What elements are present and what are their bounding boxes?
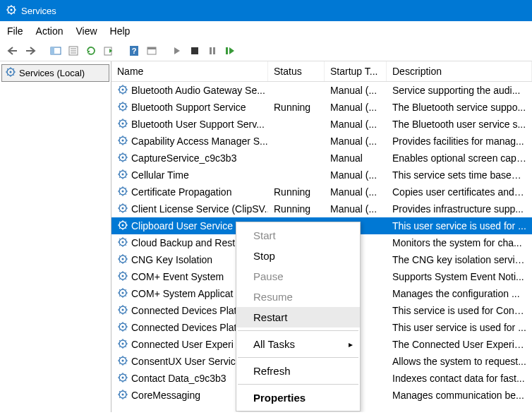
service-description: Allows the system to request...: [387, 356, 532, 367]
service-description: This user service is used for ...: [387, 322, 532, 333]
service-row[interactable]: Bluetooth Audio Gateway Se...Manual (...…: [111, 82, 532, 99]
column-header-description[interactable]: Description: [387, 61, 532, 81]
sidebar: Services (Local): [0, 61, 111, 412]
cm-restart[interactable]: Restart: [236, 307, 360, 327]
menu-action[interactable]: Action: [36, 25, 64, 37]
svg-point-50: [122, 342, 124, 344]
menu-file[interactable]: File: [7, 25, 23, 37]
gear-icon: [117, 270, 128, 284]
service-name: Bluetooth Support Service: [131, 102, 246, 113]
service-description: This user service is used for ...: [387, 220, 532, 231]
service-description: The Bluetooth user service s...: [387, 119, 532, 130]
titlebar: Services: [0, 0, 532, 21]
help-button[interactable]: ?: [126, 42, 143, 59]
svg-point-34: [122, 207, 124, 209]
svg-rect-15: [213, 47, 215, 54]
gear-icon: [117, 219, 128, 233]
pause-service-button[interactable]: [204, 42, 221, 59]
cm-refresh[interactable]: Refresh: [236, 361, 360, 381]
service-row[interactable]: Bluetooth User Support Serv...Manual (..…: [111, 116, 532, 133]
gear-icon: [117, 389, 128, 402]
gear-icon: [117, 101, 128, 114]
svg-point-48: [122, 325, 124, 327]
gear-icon: [117, 372, 128, 385]
svg-point-36: [122, 224, 124, 226]
start-service-button[interactable]: [169, 42, 186, 59]
export-button[interactable]: [100, 42, 117, 59]
service-startup: Manual: [325, 152, 387, 164]
svg-point-52: [122, 359, 124, 361]
back-button[interactable]: [4, 42, 21, 59]
service-name: CNG Key Isolation: [131, 254, 212, 265]
service-description: The Connected User Experie...: [387, 339, 532, 350]
svg-rect-12: [147, 47, 156, 49]
service-startup: Manual (...: [325, 136, 387, 147]
service-row[interactable]: Certificate PropagationRunningManual (..…: [111, 184, 532, 200]
service-row[interactable]: Client License Service (ClipSV...Running…: [111, 200, 532, 217]
service-description: Enables optional screen capt...: [387, 152, 532, 164]
svg-point-42: [122, 275, 124, 277]
service-status: Running: [268, 102, 325, 113]
svg-point-38: [122, 241, 124, 243]
restart-service-button[interactable]: [222, 42, 238, 59]
service-name: Cloud Backup and Rest: [131, 237, 235, 248]
service-description: Provides infrastructure supp...: [387, 203, 532, 215]
service-description: Supports System Event Noti...: [387, 271, 532, 282]
service-startup: Manual (...: [325, 102, 387, 113]
cm-all-tasks[interactable]: All Tasks▸: [236, 334, 360, 354]
sidebar-item-services-local[interactable]: Services (Local): [1, 64, 109, 82]
service-name: CaptureService_c9c3b3: [131, 152, 236, 164]
gear-icon: [117, 135, 128, 148]
gear-icon: [117, 287, 128, 301]
service-row[interactable]: Bluetooth Support ServiceRunningManual (…: [111, 99, 532, 116]
service-name: Bluetooth Audio Gateway Se...: [131, 85, 265, 96]
properties-button[interactable]: [65, 42, 82, 59]
service-startup: Manual (...: [325, 85, 387, 96]
service-name: Bluetooth User Support Serv...: [131, 119, 265, 130]
svg-point-30: [122, 173, 124, 175]
service-description: The CNG key isolation servic...: [387, 254, 532, 265]
svg-rect-14: [210, 47, 212, 54]
cm-start: Start: [236, 225, 360, 246]
service-row[interactable]: Capability Access Manager S...Manual (..…: [111, 133, 532, 150]
cm-stop[interactable]: Stop: [236, 246, 360, 266]
service-startup: Manual (...: [325, 119, 387, 130]
column-header-name[interactable]: Name: [111, 61, 268, 81]
toolbar: ?: [0, 41, 532, 61]
service-row[interactable]: Cellular TimeManual (...This service set…: [111, 167, 532, 184]
svg-rect-3: [51, 47, 54, 54]
forward-button[interactable]: [22, 42, 39, 59]
menu-help[interactable]: Help: [110, 25, 131, 37]
cm-properties[interactable]: Properties: [236, 387, 360, 408]
column-headers: Name Status Startup T... Description: [111, 61, 532, 82]
service-description: Indexes contact data for fast...: [387, 373, 532, 384]
svg-point-28: [122, 156, 124, 158]
svg-point-22: [122, 105, 124, 107]
toolbar-icon-window[interactable]: [143, 42, 160, 59]
service-description: This service is used for Conn...: [387, 305, 532, 316]
gear-icon: [117, 203, 128, 216]
svg-point-56: [122, 393, 124, 395]
chevron-right-icon: ▸: [349, 339, 353, 349]
menu-view[interactable]: View: [75, 25, 97, 37]
service-description: Provides facilities for manag...: [387, 136, 532, 147]
gear-icon: [117, 236, 128, 250]
column-header-startup[interactable]: Startup T...: [325, 61, 387, 81]
svg-point-18: [10, 71, 12, 73]
service-name: COM+ Event System: [131, 271, 224, 282]
service-startup: Manual (...: [325, 186, 387, 198]
svg-point-26: [122, 139, 124, 141]
service-name: Certificate Propagation: [131, 186, 231, 198]
service-description: The Bluetooth service suppo...: [387, 102, 532, 113]
service-row[interactable]: CaptureService_c9c3b3ManualEnables optio…: [111, 150, 532, 167]
stop-service-button[interactable]: [186, 42, 203, 59]
column-header-status[interactable]: Status: [268, 61, 325, 81]
service-status: Running: [268, 186, 325, 198]
gear-icon: [117, 355, 128, 368]
service-startup: Manual (...: [325, 203, 387, 215]
svg-rect-13: [191, 47, 198, 54]
refresh-button[interactable]: [83, 42, 99, 59]
context-menu: Start Stop Pause Resume Restart All Task…: [236, 222, 361, 411]
show-hide-tree-button[interactable]: [47, 42, 64, 59]
service-description: Service supporting the audi...: [387, 85, 532, 96]
